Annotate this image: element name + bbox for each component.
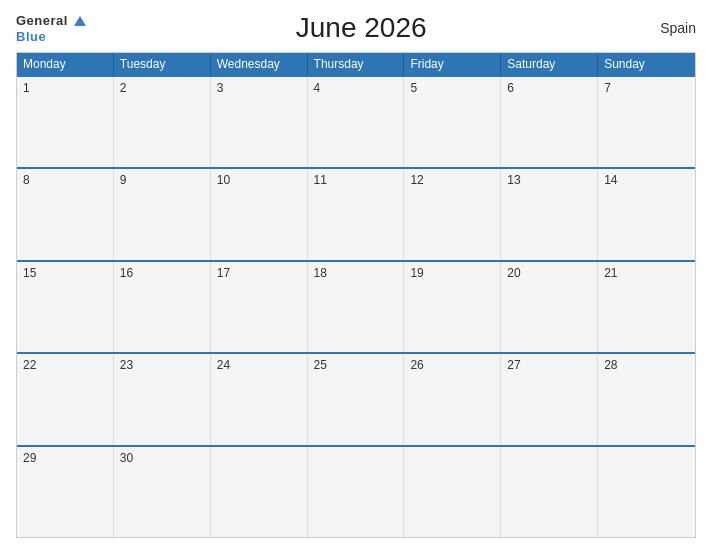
day-number: 24: [217, 358, 230, 372]
header-day-tuesday: Tuesday: [114, 53, 211, 75]
calendar-week-2: 891011121314: [17, 167, 695, 259]
day-number: 19: [410, 266, 423, 280]
day-number: 3: [217, 81, 224, 95]
calendar-cell: 9: [114, 169, 211, 259]
day-number: 6: [507, 81, 514, 95]
calendar-cell: 27: [501, 354, 598, 444]
calendar-cell: 14: [598, 169, 695, 259]
day-number: 8: [23, 173, 30, 187]
calendar-cell: [501, 447, 598, 537]
logo-general-text: General: [16, 13, 68, 28]
calendar-cell: 4: [308, 77, 405, 167]
page: General Blue June 2026 Spain MondayTuesd…: [0, 0, 712, 550]
calendar-cell: 12: [404, 169, 501, 259]
calendar-cell: 29: [17, 447, 114, 537]
calendar-cell: 20: [501, 262, 598, 352]
day-number: 12: [410, 173, 423, 187]
day-number: 28: [604, 358, 617, 372]
day-number: 1: [23, 81, 30, 95]
day-number: 17: [217, 266, 230, 280]
calendar-cell: 1: [17, 77, 114, 167]
header-day-wednesday: Wednesday: [211, 53, 308, 75]
header-day-sunday: Sunday: [598, 53, 695, 75]
calendar-cell: 10: [211, 169, 308, 259]
calendar-cell: 19: [404, 262, 501, 352]
day-number: 7: [604, 81, 611, 95]
calendar-cell: 18: [308, 262, 405, 352]
calendar-week-4: 22232425262728: [17, 352, 695, 444]
calendar-cell: [598, 447, 695, 537]
header: General Blue June 2026 Spain: [16, 12, 696, 44]
header-day-friday: Friday: [404, 53, 501, 75]
day-number: 5: [410, 81, 417, 95]
country-label: Spain: [636, 20, 696, 36]
day-number: 13: [507, 173, 520, 187]
day-number: 26: [410, 358, 423, 372]
calendar-cell: 8: [17, 169, 114, 259]
calendar-cell: 17: [211, 262, 308, 352]
day-number: 9: [120, 173, 127, 187]
day-number: 16: [120, 266, 133, 280]
day-number: 23: [120, 358, 133, 372]
calendar-title: June 2026: [86, 12, 636, 44]
calendar-body: 1234567891011121314151617181920212223242…: [17, 75, 695, 537]
calendar-week-1: 1234567: [17, 75, 695, 167]
day-number: 29: [23, 451, 36, 465]
day-number: 18: [314, 266, 327, 280]
calendar-cell: 11: [308, 169, 405, 259]
header-day-monday: Monday: [17, 53, 114, 75]
logo-blue-text: Blue: [16, 29, 46, 44]
day-number: 2: [120, 81, 127, 95]
calendar-cell: 2: [114, 77, 211, 167]
day-number: 10: [217, 173, 230, 187]
day-number: 20: [507, 266, 520, 280]
calendar-cell: 7: [598, 77, 695, 167]
calendar-cell: 15: [17, 262, 114, 352]
calendar-week-3: 15161718192021: [17, 260, 695, 352]
logo: General Blue: [16, 12, 86, 44]
calendar-cell: 16: [114, 262, 211, 352]
calendar-cell: 22: [17, 354, 114, 444]
day-number: 27: [507, 358, 520, 372]
calendar-cell: 3: [211, 77, 308, 167]
calendar-cell: 13: [501, 169, 598, 259]
calendar-cell: 25: [308, 354, 405, 444]
day-number: 14: [604, 173, 617, 187]
header-day-saturday: Saturday: [501, 53, 598, 75]
calendar-week-5: 2930: [17, 445, 695, 537]
logo-triangle-icon: [74, 16, 86, 26]
calendar-cell: [211, 447, 308, 537]
calendar-cell: 24: [211, 354, 308, 444]
calendar-cell: 28: [598, 354, 695, 444]
day-number: 4: [314, 81, 321, 95]
calendar-cell: [308, 447, 405, 537]
day-number: 25: [314, 358, 327, 372]
day-number: 30: [120, 451, 133, 465]
calendar-cell: 26: [404, 354, 501, 444]
header-day-thursday: Thursday: [308, 53, 405, 75]
day-number: 15: [23, 266, 36, 280]
calendar-cell: 30: [114, 447, 211, 537]
calendar-cell: 6: [501, 77, 598, 167]
day-number: 22: [23, 358, 36, 372]
day-number: 21: [604, 266, 617, 280]
logo-line1: General: [16, 12, 86, 28]
calendar-cell: 5: [404, 77, 501, 167]
calendar-cell: 21: [598, 262, 695, 352]
calendar-cell: [404, 447, 501, 537]
calendar: MondayTuesdayWednesdayThursdayFridaySatu…: [16, 52, 696, 538]
calendar-cell: 23: [114, 354, 211, 444]
day-number: 11: [314, 173, 327, 187]
calendar-header: MondayTuesdayWednesdayThursdayFridaySatu…: [17, 53, 695, 75]
